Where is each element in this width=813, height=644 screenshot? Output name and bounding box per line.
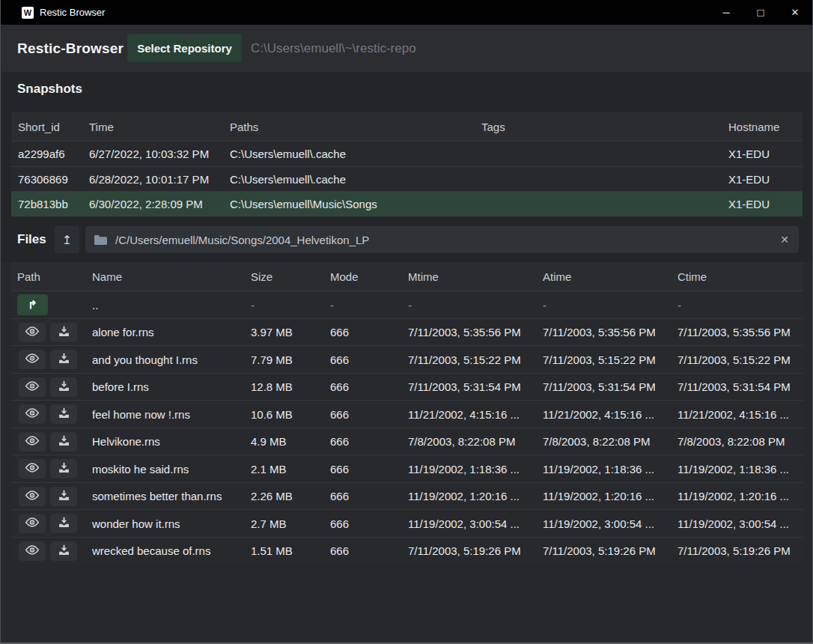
file-name: feel home now !.rns [92, 407, 190, 420]
files-toolbar: Files ↥ /C/Users/emuell/Music/Songs/2004… [1, 216, 812, 262]
file-ctime: 7/11/2003, 5:35:56 PM [678, 326, 791, 338]
file-row: sometimes better than.rns2.26 MB66611/19… [11, 482, 803, 510]
file-atime: 11/21/2002, 4:15:16 ... [543, 407, 654, 420]
column-header-name: Name [92, 270, 122, 283]
view-file-button[interactable] [19, 323, 46, 342]
file-row: moskito he said.rns2.1 MB66611/19/2002, … [11, 455, 803, 482]
repository-path: C:\Users\emuell\~\restic-repo [251, 41, 416, 56]
file-atime: 11/19/2002, 1:18:36 ... [543, 462, 654, 475]
snapshots-section: Snapshots Short_id Time Paths Tags Hostn… [1, 72, 812, 216]
file-mode: 666 [330, 353, 349, 365]
view-file-button[interactable] [19, 541, 46, 561]
eye-icon [25, 435, 40, 449]
restore-file-button[interactable] [50, 404, 77, 424]
file-atime: 11/19/2002, 3:00:54 ... [543, 517, 654, 529]
view-file-button[interactable] [19, 459, 46, 479]
file-path-value: /C/Users/emuell/Music/Songs/2004_Helveti… [115, 234, 773, 246]
file-mode: 666 [330, 435, 349, 448]
file-path-input[interactable]: /C/Users/emuell/Music/Songs/2004_Helveti… [85, 226, 799, 253]
file-size: 10.6 MB [251, 407, 293, 420]
restore-file-button[interactable] [50, 459, 77, 479]
download-icon [58, 380, 70, 395]
file-atime: 7/8/2003, 8:22:08 PM [543, 435, 650, 448]
file-mode: 666 [330, 517, 349, 529]
enter-directory-button[interactable]: ↱ [17, 294, 48, 315]
view-file-button[interactable] [19, 432, 46, 452]
restore-file-button[interactable] [50, 487, 77, 506]
snapshots-heading: Snapshots [17, 82, 82, 97]
file-atime: 11/19/2002, 1:20:16 ... [543, 490, 654, 502]
maximize-button[interactable]: □ [743, 0, 778, 25]
file-name: wrecked because of.rns [92, 544, 210, 557]
restore-file-button[interactable] [50, 541, 77, 561]
column-header-path: Path [17, 270, 40, 283]
restore-file-button[interactable] [50, 432, 77, 452]
snapshot-row[interactable]: 763068696/28/2022, 10:01:17 PMC:\Users\e… [11, 166, 803, 192]
files-heading: Files [17, 232, 46, 247]
snapshot-time: 6/27/2022, 10:03:32 PM [89, 148, 209, 160]
file-size: 3.97 MB [251, 326, 293, 338]
file-name: Helvikone.rns [92, 435, 160, 448]
view-file-button[interactable] [19, 377, 46, 397]
file-row: alone for.rns3.97 MB6667/11/2003, 5:35:5… [11, 318, 803, 346]
file-mode: 666 [330, 407, 349, 420]
file-name: sometimes better than.rns [92, 490, 222, 502]
file-ctime: 11/19/2002, 1:20:16 ... [678, 490, 789, 502]
view-file-button[interactable] [19, 404, 46, 424]
restore-file-button[interactable] [50, 377, 77, 397]
column-header-ctime: Ctime [678, 270, 707, 283]
file-mtime: 11/19/2002, 1:18:36 ... [408, 462, 520, 475]
file-name: before I.rns [92, 380, 149, 393]
restore-file-button[interactable] [50, 350, 77, 369]
file-mode: - [330, 298, 334, 311]
app-window: W Restic Browser ─ □ ✕ Restic-Browser Se… [0, 0, 813, 644]
close-button[interactable]: ✕ [778, 0, 812, 25]
parent-directory-button[interactable]: ↥ [55, 226, 79, 253]
file-size: 4.9 MB [251, 435, 287, 448]
view-file-button[interactable] [19, 350, 46, 369]
file-mtime: 11/21/2002, 4:15:16 ... [408, 407, 520, 420]
snapshot-paths: C:\Users\emuell\Music\Songs [230, 198, 377, 210]
download-icon [58, 516, 70, 531]
snapshot-hostname: X1-EDU [728, 172, 770, 185]
view-file-button[interactable] [19, 487, 46, 506]
snapshot-row[interactable]: 72b813bb6/30/2022, 2:28:09 PMC:\Users\em… [11, 191, 803, 216]
eye-icon [25, 380, 40, 394]
minimize-button[interactable]: ─ [709, 0, 743, 25]
file-ctime: 11/21/2002, 4:15:16 ... [678, 407, 789, 420]
snapshot-row[interactable]: a2299af66/27/2022, 10:03:32 PMC:\Users\e… [11, 141, 803, 166]
select-repository-button[interactable]: Select Repository [127, 34, 242, 62]
file-row: and you thought I.rns7.79 MB6667/11/2003… [11, 345, 803, 373]
titlebar: W Restic Browser ─ □ ✕ [1, 0, 812, 25]
column-header-atime: Atime [543, 270, 571, 283]
snapshot-hostname: X1-EDU [728, 198, 770, 210]
column-header-hostname: Hostname [728, 121, 779, 133]
snapshots-table-body: a2299af66/27/2022, 10:03:32 PMC:\Users\e… [11, 141, 803, 216]
file-atime: - [543, 298, 546, 311]
clear-path-button[interactable]: ✕ [773, 228, 796, 251]
eye-icon [25, 544, 40, 558]
file-mtime: 7/8/2003, 8:22:08 PM [408, 435, 515, 448]
file-name: moskito he said.rns [92, 462, 189, 475]
snapshot-paths: C:\Users\emuell\.cache [230, 148, 346, 160]
file-mtime: - [408, 298, 412, 311]
file-atime: 7/11/2003, 5:35:56 PM [543, 326, 656, 338]
eye-icon [25, 353, 40, 366]
column-header-size: Size [251, 270, 272, 283]
view-file-button[interactable] [19, 514, 46, 533]
file-ctime: 7/11/2003, 5:31:54 PM [678, 380, 791, 393]
column-header-tags: Tags [481, 121, 505, 133]
file-size: 2.7 MB [251, 517, 287, 529]
download-icon [58, 544, 70, 559]
file-size: 2.1 MB [251, 462, 287, 475]
snapshot-short_id: 72b813bb [18, 198, 68, 210]
restore-file-button[interactable] [50, 323, 77, 342]
column-header-mtime: Mtime [408, 270, 439, 283]
restore-file-button[interactable] [50, 514, 77, 533]
file-mtime: 7/11/2003, 5:19:26 PM [408, 544, 521, 557]
file-atime: 7/11/2003, 5:15:22 PM [543, 353, 656, 365]
parent-directory-row: ↱..----- [11, 291, 803, 318]
file-mode: 666 [330, 462, 349, 475]
file-size: 1.51 MB [251, 544, 293, 557]
file-mode: 666 [330, 380, 349, 393]
